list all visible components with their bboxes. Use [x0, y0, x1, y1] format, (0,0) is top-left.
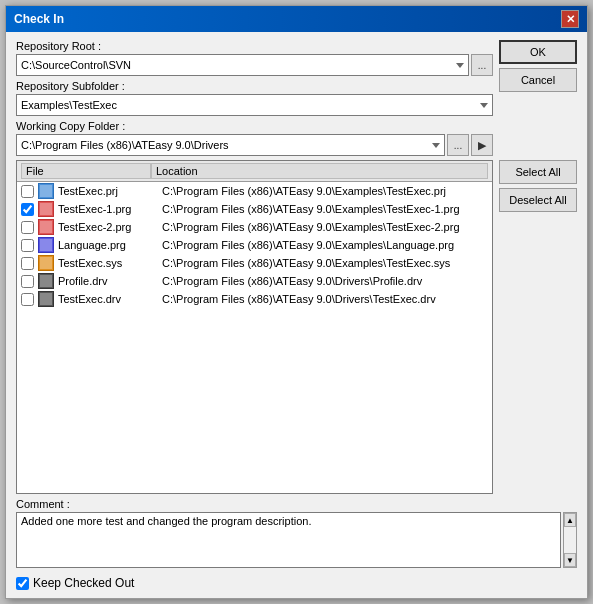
working-copy-arrow-button[interactable]: ▶: [471, 134, 493, 156]
file-icon-5: [38, 273, 54, 289]
working-copy-row: C:\Program Files (x86)\ATEasy 9.0\Driver…: [16, 134, 493, 156]
file-icon-4: [38, 255, 54, 271]
file-name-5: Profile.drv: [58, 275, 158, 287]
repo-root-group: Repository Root : C:\SourceControl\SVN .…: [16, 40, 493, 76]
keep-checked-out-label: Keep Checked Out: [33, 576, 134, 590]
file-icon-3: [38, 237, 54, 253]
dialog-content: Repository Root : C:\SourceControl\SVN .…: [6, 32, 587, 598]
file-name-3: Language.prg: [58, 239, 158, 251]
working-copy-select[interactable]: C:\Program Files (x86)\ATEasy 9.0\Driver…: [16, 134, 445, 156]
table-row: TestExec.sysC:\Program Files (x86)\ATEas…: [17, 254, 492, 272]
table-row: Language.prgC:\Program Files (x86)\ATEas…: [17, 236, 492, 254]
file-location-4: C:\Program Files (x86)\ATEasy 9.0\Exampl…: [162, 257, 488, 269]
scrollbar-up[interactable]: ▲: [564, 513, 576, 527]
file-name-6: TestExec.drv: [58, 293, 158, 305]
file-checkbox-5[interactable]: [21, 275, 34, 288]
file-checkbox-1[interactable]: [21, 203, 34, 216]
file-checkbox-0[interactable]: [21, 185, 34, 198]
file-name-4: TestExec.sys: [58, 257, 158, 269]
comment-textarea-container: ▲ ▼: [16, 512, 577, 568]
file-checkbox-6[interactable]: [21, 293, 34, 306]
working-copy-browse-button[interactable]: ...: [447, 134, 469, 156]
deselect-all-button[interactable]: Deselect All: [499, 188, 577, 212]
close-button[interactable]: ✕: [561, 10, 579, 28]
working-copy-group: Working Copy Folder : C:\Program Files (…: [16, 120, 493, 156]
comment-scrollbar: ▲ ▼: [563, 512, 577, 568]
side-buttons: Select All Deselect All: [499, 160, 577, 494]
scrollbar-track: [564, 527, 576, 553]
repo-root-browse-button[interactable]: ...: [471, 54, 493, 76]
table-row: TestExec-1.prgC:\Program Files (x86)\ATE…: [17, 200, 492, 218]
file-name-2: TestExec-2.prg: [58, 221, 158, 233]
file-name-0: TestExec.prj: [58, 185, 158, 197]
table-row: Profile.drvC:\Program Files (x86)\ATEasy…: [17, 272, 492, 290]
top-right-buttons: OK Cancel: [499, 40, 577, 92]
file-location-0: C:\Program Files (x86)\ATEasy 9.0\Exampl…: [162, 185, 488, 197]
comment-section: Comment : ▲ ▼: [16, 498, 577, 568]
table-row: TestExec-2.prgC:\Program Files (x86)\ATE…: [17, 218, 492, 236]
check-in-dialog: Check In ✕ Repository Root : C:\SourceCo…: [5, 5, 588, 599]
file-icon-0: [38, 183, 54, 199]
file-list-header: File Location: [17, 161, 492, 182]
repo-subfolder-select[interactable]: Examples\TestExec: [16, 94, 493, 116]
bottom-row: Keep Checked Out: [16, 576, 577, 590]
comment-textarea[interactable]: [16, 512, 561, 568]
file-checkbox-3[interactable]: [21, 239, 34, 252]
keep-checked-out-row: Keep Checked Out: [16, 576, 134, 590]
file-location-5: C:\Program Files (x86)\ATEasy 9.0\Driver…: [162, 275, 488, 287]
file-location-2: C:\Program Files (x86)\ATEasy 9.0\Exampl…: [162, 221, 488, 233]
table-row: TestExec.prjC:\Program Files (x86)\ATEas…: [17, 182, 492, 200]
repo-root-row: C:\SourceControl\SVN ...: [16, 54, 493, 76]
scrollbar-down[interactable]: ▼: [564, 553, 576, 567]
comment-label: Comment :: [16, 498, 577, 510]
col-header-file: File: [21, 163, 151, 179]
repo-root-label: Repository Root :: [16, 40, 493, 52]
table-row: TestExec.drvC:\Program Files (x86)\ATEas…: [17, 290, 492, 308]
cancel-button[interactable]: Cancel: [499, 68, 577, 92]
repo-subfolder-label: Repository Subfolder :: [16, 80, 493, 92]
repo-subfolder-group: Repository Subfolder : Examples\TestExec: [16, 80, 493, 116]
title-bar: Check In ✕: [6, 6, 587, 32]
file-location-1: C:\Program Files (x86)\ATEasy 9.0\Exampl…: [162, 203, 488, 215]
file-list-container: File Location TestExec.prjC:\Program Fil…: [16, 160, 493, 494]
repo-subfolder-row: Examples\TestExec: [16, 94, 493, 116]
file-icon-2: [38, 219, 54, 235]
file-checkbox-4[interactable]: [21, 257, 34, 270]
file-location-6: C:\Program Files (x86)\ATEasy 9.0\Driver…: [162, 293, 488, 305]
col-header-location: Location: [151, 163, 488, 179]
select-all-button[interactable]: Select All: [499, 160, 577, 184]
file-location-3: C:\Program Files (x86)\ATEasy 9.0\Exampl…: [162, 239, 488, 251]
keep-checked-out-checkbox[interactable]: [16, 577, 29, 590]
file-icon-1: [38, 201, 54, 217]
file-list: TestExec.prjC:\Program Files (x86)\ATEas…: [17, 182, 492, 493]
dialog-title: Check In: [14, 12, 64, 26]
main-area: File Location TestExec.prjC:\Program Fil…: [16, 160, 577, 494]
file-checkbox-2[interactable]: [21, 221, 34, 234]
file-name-1: TestExec-1.prg: [58, 203, 158, 215]
file-icon-6: [38, 291, 54, 307]
ok-button[interactable]: OK: [499, 40, 577, 64]
working-copy-label: Working Copy Folder :: [16, 120, 493, 132]
repo-root-select[interactable]: C:\SourceControl\SVN: [16, 54, 469, 76]
